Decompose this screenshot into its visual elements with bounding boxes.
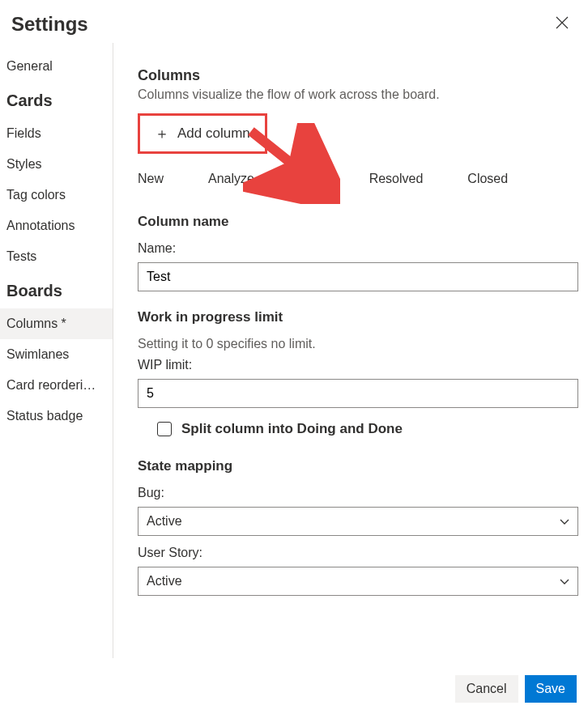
- tab-closed[interactable]: Closed: [467, 165, 528, 196]
- close-button[interactable]: [551, 11, 573, 36]
- sidebar-item-general[interactable]: General: [0, 51, 113, 82]
- tab-test[interactable]: Test: [299, 165, 345, 196]
- sidebar-item-swimlanes[interactable]: Swimlanes: [0, 339, 113, 370]
- sidebar-item-tag-colors[interactable]: Tag colors: [0, 180, 113, 210]
- plus-icon: ＋: [155, 124, 169, 143]
- sidebar-item-status-badge[interactable]: Status badge: [0, 401, 113, 431]
- sidebar-item-annotations[interactable]: Annotations: [0, 210, 113, 241]
- add-column-highlight: ＋ Add column: [138, 113, 267, 154]
- tab-new[interactable]: New: [138, 165, 184, 196]
- sidebar-section-cards: Cards: [0, 82, 113, 118]
- sidebar-item-card-reordering[interactable]: Card reorderi…: [0, 370, 113, 401]
- sidebar-item-tests[interactable]: Tests: [0, 241, 113, 272]
- wip-section: Work in progress limit: [138, 309, 578, 325]
- save-button[interactable]: Save: [525, 675, 577, 703]
- split-checkbox[interactable]: [157, 422, 172, 436]
- dialog-title: Settings: [11, 13, 88, 36]
- cancel-button[interactable]: Cancel: [455, 675, 518, 703]
- name-input[interactable]: [138, 262, 578, 291]
- state-mapping-section: State mapping: [138, 458, 578, 474]
- wip-label: WIP limit:: [138, 358, 578, 372]
- settings-sidebar: General Cards Fields Styles Tag colors A…: [0, 43, 113, 658]
- column-tabs: New Analyze Test Resolved Closed: [138, 165, 578, 196]
- sidebar-item-styles[interactable]: Styles: [0, 149, 113, 180]
- add-column-button[interactable]: ＋ Add column: [140, 116, 265, 151]
- sidebar-item-fields[interactable]: Fields: [0, 118, 113, 149]
- sidebar-section-boards: Boards: [0, 272, 113, 308]
- name-label: Name:: [138, 241, 578, 256]
- user-story-select[interactable]: Active: [138, 567, 578, 596]
- user-story-label: User Story:: [138, 546, 578, 560]
- column-name-section: Column name: [138, 214, 578, 230]
- sidebar-item-columns[interactable]: Columns *: [0, 308, 113, 339]
- bug-select[interactable]: Active: [138, 507, 578, 536]
- columns-heading: Columns: [138, 67, 578, 84]
- bug-label: Bug:: [138, 486, 578, 500]
- close-icon: [556, 16, 569, 29]
- columns-subheading: Columns visualize the flow of work acros…: [138, 87, 578, 102]
- main-panel: Columns Columns visualize the flow of wo…: [113, 43, 588, 658]
- add-column-label: Add column: [177, 125, 250, 142]
- split-label: Split column into Doing and Done: [181, 421, 403, 437]
- wip-input[interactable]: [138, 379, 578, 408]
- wip-sub: Setting it to 0 specifies no limit.: [138, 337, 578, 351]
- tab-resolved[interactable]: Resolved: [369, 165, 444, 196]
- tab-analyze[interactable]: Analyze: [208, 165, 275, 196]
